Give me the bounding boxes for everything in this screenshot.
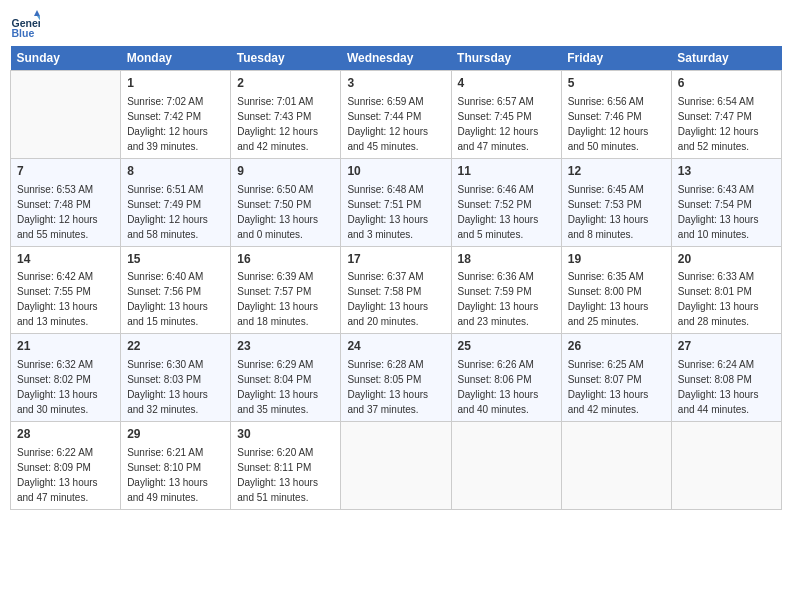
day-info: Sunrise: 6:50 AM Sunset: 7:50 PM Dayligh… — [237, 184, 318, 240]
logo-icon: General Blue — [10, 10, 40, 40]
day-number: 21 — [17, 338, 114, 355]
calendar-cell — [671, 422, 781, 510]
calendar-cell: 4Sunrise: 6:57 AM Sunset: 7:45 PM Daylig… — [451, 71, 561, 159]
day-info: Sunrise: 6:26 AM Sunset: 8:06 PM Dayligh… — [458, 359, 539, 415]
day-number: 30 — [237, 426, 334, 443]
header-row: SundayMondayTuesdayWednesdayThursdayFrid… — [11, 46, 782, 71]
day-number: 23 — [237, 338, 334, 355]
day-number: 27 — [678, 338, 775, 355]
calendar-cell: 1Sunrise: 7:02 AM Sunset: 7:42 PM Daylig… — [121, 71, 231, 159]
day-number: 19 — [568, 251, 665, 268]
week-row-2: 7Sunrise: 6:53 AM Sunset: 7:48 PM Daylig… — [11, 158, 782, 246]
day-info: Sunrise: 6:46 AM Sunset: 7:52 PM Dayligh… — [458, 184, 539, 240]
day-info: Sunrise: 6:43 AM Sunset: 7:54 PM Dayligh… — [678, 184, 759, 240]
day-info: Sunrise: 7:02 AM Sunset: 7:42 PM Dayligh… — [127, 96, 208, 152]
day-info: Sunrise: 6:51 AM Sunset: 7:49 PM Dayligh… — [127, 184, 208, 240]
logo: General Blue — [10, 10, 42, 40]
calendar-cell: 20Sunrise: 6:33 AM Sunset: 8:01 PM Dayli… — [671, 246, 781, 334]
calendar-cell: 22Sunrise: 6:30 AM Sunset: 8:03 PM Dayli… — [121, 334, 231, 422]
day-number: 1 — [127, 75, 224, 92]
day-info: Sunrise: 6:24 AM Sunset: 8:08 PM Dayligh… — [678, 359, 759, 415]
calendar-cell: 17Sunrise: 6:37 AM Sunset: 7:58 PM Dayli… — [341, 246, 451, 334]
calendar-cell: 21Sunrise: 6:32 AM Sunset: 8:02 PM Dayli… — [11, 334, 121, 422]
weekday-header-thursday: Thursday — [451, 46, 561, 71]
day-number: 4 — [458, 75, 555, 92]
calendar-header: SundayMondayTuesdayWednesdayThursdayFrid… — [11, 46, 782, 71]
day-number: 12 — [568, 163, 665, 180]
day-number: 8 — [127, 163, 224, 180]
day-info: Sunrise: 6:54 AM Sunset: 7:47 PM Dayligh… — [678, 96, 759, 152]
page-header: General Blue — [10, 10, 782, 40]
day-number: 16 — [237, 251, 334, 268]
day-info: Sunrise: 7:01 AM Sunset: 7:43 PM Dayligh… — [237, 96, 318, 152]
day-info: Sunrise: 6:33 AM Sunset: 8:01 PM Dayligh… — [678, 271, 759, 327]
day-number: 20 — [678, 251, 775, 268]
day-number: 14 — [17, 251, 114, 268]
day-number: 17 — [347, 251, 444, 268]
day-number: 15 — [127, 251, 224, 268]
calendar-cell: 18Sunrise: 6:36 AM Sunset: 7:59 PM Dayli… — [451, 246, 561, 334]
calendar-cell: 24Sunrise: 6:28 AM Sunset: 8:05 PM Dayli… — [341, 334, 451, 422]
day-info: Sunrise: 6:45 AM Sunset: 7:53 PM Dayligh… — [568, 184, 649, 240]
calendar-cell: 10Sunrise: 6:48 AM Sunset: 7:51 PM Dayli… — [341, 158, 451, 246]
day-info: Sunrise: 6:29 AM Sunset: 8:04 PM Dayligh… — [237, 359, 318, 415]
calendar-table: SundayMondayTuesdayWednesdayThursdayFrid… — [10, 46, 782, 510]
weekday-header-monday: Monday — [121, 46, 231, 71]
calendar-cell: 13Sunrise: 6:43 AM Sunset: 7:54 PM Dayli… — [671, 158, 781, 246]
day-info: Sunrise: 6:42 AM Sunset: 7:55 PM Dayligh… — [17, 271, 98, 327]
day-info: Sunrise: 6:20 AM Sunset: 8:11 PM Dayligh… — [237, 447, 318, 503]
day-info: Sunrise: 6:36 AM Sunset: 7:59 PM Dayligh… — [458, 271, 539, 327]
calendar-body: 1Sunrise: 7:02 AM Sunset: 7:42 PM Daylig… — [11, 71, 782, 510]
day-number: 2 — [237, 75, 334, 92]
day-info: Sunrise: 6:59 AM Sunset: 7:44 PM Dayligh… — [347, 96, 428, 152]
day-number: 18 — [458, 251, 555, 268]
day-info: Sunrise: 6:57 AM Sunset: 7:45 PM Dayligh… — [458, 96, 539, 152]
weekday-header-saturday: Saturday — [671, 46, 781, 71]
calendar-cell — [11, 71, 121, 159]
calendar-cell: 2Sunrise: 7:01 AM Sunset: 7:43 PM Daylig… — [231, 71, 341, 159]
svg-text:Blue: Blue — [12, 27, 35, 39]
calendar-cell: 9Sunrise: 6:50 AM Sunset: 7:50 PM Daylig… — [231, 158, 341, 246]
day-number: 22 — [127, 338, 224, 355]
week-row-5: 28Sunrise: 6:22 AM Sunset: 8:09 PM Dayli… — [11, 422, 782, 510]
day-info: Sunrise: 6:30 AM Sunset: 8:03 PM Dayligh… — [127, 359, 208, 415]
day-number: 5 — [568, 75, 665, 92]
day-info: Sunrise: 6:22 AM Sunset: 8:09 PM Dayligh… — [17, 447, 98, 503]
calendar-cell: 26Sunrise: 6:25 AM Sunset: 8:07 PM Dayli… — [561, 334, 671, 422]
day-number: 24 — [347, 338, 444, 355]
calendar-cell: 30Sunrise: 6:20 AM Sunset: 8:11 PM Dayli… — [231, 422, 341, 510]
calendar-cell: 5Sunrise: 6:56 AM Sunset: 7:46 PM Daylig… — [561, 71, 671, 159]
calendar-cell: 6Sunrise: 6:54 AM Sunset: 7:47 PM Daylig… — [671, 71, 781, 159]
day-number: 11 — [458, 163, 555, 180]
calendar-cell — [341, 422, 451, 510]
week-row-4: 21Sunrise: 6:32 AM Sunset: 8:02 PM Dayli… — [11, 334, 782, 422]
calendar-cell: 11Sunrise: 6:46 AM Sunset: 7:52 PM Dayli… — [451, 158, 561, 246]
calendar-cell — [451, 422, 561, 510]
day-info: Sunrise: 6:21 AM Sunset: 8:10 PM Dayligh… — [127, 447, 208, 503]
calendar-cell: 12Sunrise: 6:45 AM Sunset: 7:53 PM Dayli… — [561, 158, 671, 246]
day-number: 26 — [568, 338, 665, 355]
weekday-header-friday: Friday — [561, 46, 671, 71]
day-info: Sunrise: 6:37 AM Sunset: 7:58 PM Dayligh… — [347, 271, 428, 327]
calendar-cell: 14Sunrise: 6:42 AM Sunset: 7:55 PM Dayli… — [11, 246, 121, 334]
day-info: Sunrise: 6:32 AM Sunset: 8:02 PM Dayligh… — [17, 359, 98, 415]
day-info: Sunrise: 6:48 AM Sunset: 7:51 PM Dayligh… — [347, 184, 428, 240]
calendar-cell: 27Sunrise: 6:24 AM Sunset: 8:08 PM Dayli… — [671, 334, 781, 422]
day-number: 10 — [347, 163, 444, 180]
calendar-cell: 23Sunrise: 6:29 AM Sunset: 8:04 PM Dayli… — [231, 334, 341, 422]
week-row-1: 1Sunrise: 7:02 AM Sunset: 7:42 PM Daylig… — [11, 71, 782, 159]
calendar-cell: 29Sunrise: 6:21 AM Sunset: 8:10 PM Dayli… — [121, 422, 231, 510]
day-number: 28 — [17, 426, 114, 443]
day-number: 7 — [17, 163, 114, 180]
day-number: 29 — [127, 426, 224, 443]
day-info: Sunrise: 6:40 AM Sunset: 7:56 PM Dayligh… — [127, 271, 208, 327]
weekday-header-wednesday: Wednesday — [341, 46, 451, 71]
calendar-cell: 16Sunrise: 6:39 AM Sunset: 7:57 PM Dayli… — [231, 246, 341, 334]
calendar-cell: 28Sunrise: 6:22 AM Sunset: 8:09 PM Dayli… — [11, 422, 121, 510]
day-info: Sunrise: 6:25 AM Sunset: 8:07 PM Dayligh… — [568, 359, 649, 415]
day-number: 25 — [458, 338, 555, 355]
day-info: Sunrise: 6:28 AM Sunset: 8:05 PM Dayligh… — [347, 359, 428, 415]
day-number: 6 — [678, 75, 775, 92]
svg-marker-3 — [34, 10, 40, 16]
calendar-cell: 19Sunrise: 6:35 AM Sunset: 8:00 PM Dayli… — [561, 246, 671, 334]
